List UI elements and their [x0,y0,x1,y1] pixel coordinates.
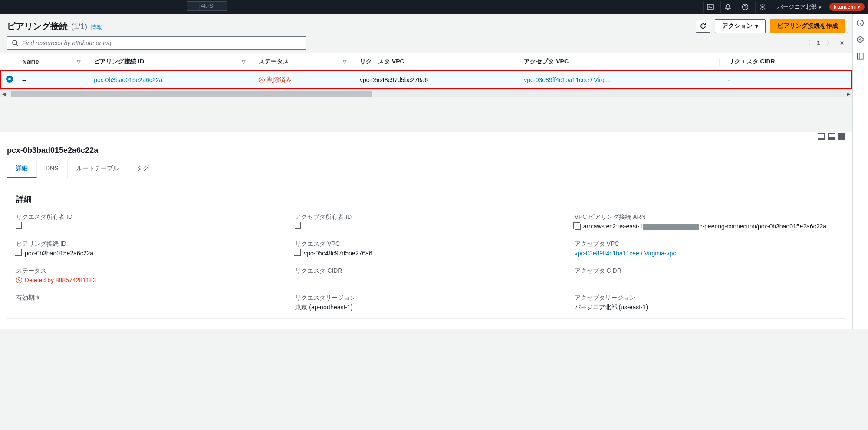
prev-page-button[interactable]: 〈 [805,39,811,47]
info-link[interactable]: 情報 [91,23,102,31]
user-menu[interactable]: kitani.emi ▾ [829,3,865,11]
field-accepter-owner-id: アクセプタ所有者 ID [295,213,557,230]
details-heading: 詳細 [16,194,836,205]
copy-icon[interactable] [16,223,22,229]
field-accepter-vpc: アクセプタ VPC vpc-03e89ff4c1ba11cee / Virgin… [575,240,836,257]
svg-point-4 [841,42,843,44]
scroll-right-icon[interactable]: ▶ [845,90,852,98]
field-arn: VPC ピアリング接続 ARN arn:aws:ec2:us-east-1c-p… [575,213,836,230]
field-requester-cidr: リクエスタ CIDR – [295,267,557,284]
create-peering-button[interactable]: ピアリング接続を作成 [770,19,845,33]
item-count: (1/1) [71,22,87,31]
next-page-button[interactable]: 〉 [826,39,832,47]
svg-point-3 [13,40,17,45]
actions-label: アクション [722,22,753,30]
panel-size-small-icon[interactable] [818,133,825,140]
refresh-button[interactable] [696,20,710,33]
target-icon[interactable] [856,36,865,44]
details-card: 詳細 リクエスタ所有者 ID アクセプタ所有者 ID VPC ピアリング接続 A… [7,187,845,319]
cell-peering-id-link[interactable]: pcx-0b3bad015e2a6c22a [94,76,162,83]
peering-table: Name▽ ピアリング接続 ID▽ ステータス▽ リクエスタ VPC アクセプタ… [0,53,852,89]
tab-tags[interactable]: タグ [128,160,158,178]
table-row[interactable]: – pcx-0b3bad015e2a6c22a ✕削除済み vpc-05c48c… [1,71,852,89]
field-requester-region: リクエスタリージョン 東京 (ap-northeast-1) [295,294,557,311]
chevron-down-icon: ▾ [819,4,822,10]
detail-title: pcx-0b3bad015e2a6c22a [7,141,845,160]
cell-requester-vpc: vpc-05c48c97d5be276a6 [355,71,519,89]
svg-rect-7 [857,53,863,59]
cell-status: ✕削除済み [259,76,351,84]
cell-requester-cidr: - [724,71,852,89]
col-name[interactable]: Name [23,58,39,65]
global-search-hint[interactable]: [Alt+S] [187,1,227,11]
copy-icon[interactable] [575,224,581,230]
field-accepter-region: アクセプタリージョン バージニア北部 (us-east-1) [575,294,836,311]
scroll-thumb[interactable] [11,91,372,97]
sort-icon[interactable]: ▽ [242,59,245,65]
notifications-icon[interactable] [720,1,734,13]
error-icon: ✕ [16,277,22,283]
chevron-down-icon: ▾ [755,23,758,30]
page-number: 1 [817,40,820,46]
search-input[interactable] [22,40,302,46]
chevron-down-icon: ▾ [858,4,860,10]
panel-size-full-icon[interactable] [838,133,845,140]
pagination: 〈 1 〉 [805,39,845,47]
actions-button[interactable]: アクション ▾ [715,19,766,33]
grip-icon [421,136,431,137]
sort-icon[interactable]: ▽ [343,59,346,65]
copy-icon[interactable] [295,250,301,256]
panel-size-half-icon[interactable] [828,133,835,140]
copy-icon[interactable] [16,250,22,256]
expand-icon[interactable] [856,52,865,61]
field-requester-vpc: リクエスタ VPC vpc-05c48c97d5be276a6 [295,240,557,257]
col-peering-id[interactable]: ピアリング接続 ID [94,58,144,66]
scroll-left-icon[interactable]: ◀ [0,90,8,98]
error-icon: ✕ [259,77,265,83]
cell-name: – [18,71,90,89]
field-status: ステータス ✕Deleted by 888574281183 [16,267,278,284]
right-rail [852,14,868,329]
col-accepter-vpc[interactable]: アクセプタ VPC [524,58,569,66]
info-icon[interactable] [856,19,865,28]
cell-accepter-vpc-link[interactable]: vpc-03e89ff4c1ba11cee / Virgi... [524,76,611,83]
tab-dns[interactable]: DNS [37,160,68,178]
region-label: バージニア北部 [777,3,817,11]
tab-route-tables[interactable]: ルートテーブル [68,160,128,178]
col-requester-vpc[interactable]: リクエスタ VPC [360,58,404,66]
tab-details[interactable]: 詳細 [7,160,37,178]
svg-point-2 [762,6,763,8]
row-radio[interactable] [6,76,13,83]
svg-rect-0 [707,4,713,10]
search-icon [12,40,19,46]
field-requester-owner-id: リクエスタ所有者 ID [16,213,278,230]
region-selector[interactable]: バージニア北部 ▾ [773,1,826,13]
detail-panel: pcx-0b3bad015e2a6c22a 詳細 DNS ルートテーブル タグ … [0,141,852,329]
field-peering-id: ピアリング接続 ID pcx-0b3bad015e2a6c22a [16,240,278,257]
search-box[interactable] [7,36,306,50]
field-accepter-cidr: アクセプタ CIDR – [575,267,836,284]
top-navbar: [Alt+S] バージニア北部 ▾ kitani.emi ▾ [0,0,868,14]
col-status[interactable]: ステータス [259,58,289,66]
col-requester-cidr[interactable]: リクエスタ CIDR [728,58,775,66]
horizontal-scrollbar[interactable]: ◀ ▶ [0,89,852,97]
detail-tabs: 詳細 DNS ルートテーブル タグ [7,160,845,178]
cloudshell-icon[interactable] [703,1,717,13]
panel-resize-handle[interactable] [0,132,852,141]
table-settings-icon[interactable] [838,40,845,46]
settings-icon[interactable] [755,1,769,13]
svg-point-6 [859,39,861,40]
redacted-value [643,224,699,230]
field-expiration: 有効期限 – [16,294,278,311]
sort-icon[interactable]: ▽ [77,59,80,65]
page-title: ピアリング接続 [7,20,68,32]
page-header: ピアリング接続 (1/1) 情報 アクション ▾ ピアリング接続を作成 [0,19,852,33]
help-icon[interactable] [738,1,752,13]
user-label: kitani.emi [834,4,856,10]
accepter-vpc-link[interactable]: vpc-03e89ff4c1ba11cee / Virginia-vpc [575,250,676,257]
copy-icon[interactable] [295,223,301,229]
